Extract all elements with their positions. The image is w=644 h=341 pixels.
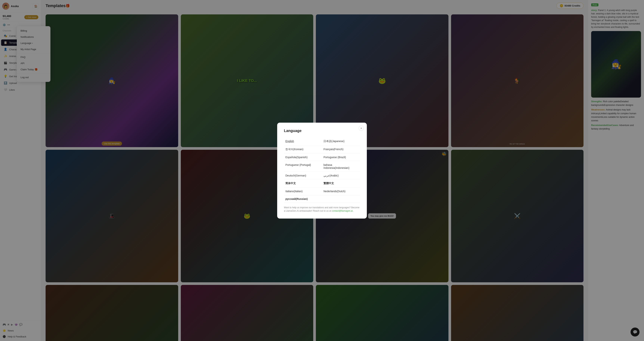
language-option-portuguese-portugal[interactable]: Portuguese (Portugal) <box>284 161 322 172</box>
language-option-dutch[interactable]: Nederlands(Dutch) <box>322 188 360 195</box>
language-option-german[interactable]: Deutsch(German) <box>284 172 322 179</box>
language-option-french[interactable]: Français(French) <box>322 145 360 153</box>
language-grid: English 日本語(Japanese) 한국어(Korean) França… <box>284 137 360 203</box>
language-option-simplified-chinese[interactable]: 简体中文 <box>284 179 322 188</box>
modal-overlay[interactable]: Language × English 日本語(Japanese) 한국어(Kor… <box>0 0 644 341</box>
language-option-russian[interactable]: русский(Russian) <box>284 195 322 203</box>
language-option-portuguese-brazil[interactable]: Portuguese (Brazil) <box>322 153 360 161</box>
modal-footer: Want to help us improve our translations… <box>284 206 360 213</box>
modal-close-button[interactable]: × <box>358 126 364 131</box>
language-option-empty <box>322 195 360 203</box>
language-option-korean[interactable]: 한국어(Korean) <box>284 145 322 153</box>
language-option-italian[interactable]: Italiano(Italian) <box>284 188 322 195</box>
modal-footer-end: . <box>354 210 354 212</box>
language-option-arabic[interactable]: عربي(Arabic) <box>322 172 360 179</box>
modal-title: Language <box>284 129 360 133</box>
language-modal: Language × English 日本語(Japanese) 한국어(Kor… <box>277 123 367 219</box>
language-option-indonesian[interactable]: bahasa Indonesia(Indonesian) <box>322 161 360 172</box>
language-option-spanish[interactable]: Española(Spanish) <box>284 153 322 161</box>
language-option-japanese[interactable]: 日本語(Japanese) <box>322 137 360 145</box>
language-option-traditional-chinese[interactable]: 繁體中文 <box>322 179 360 188</box>
modal-footer-email[interactable]: contact@llamagen.ai <box>332 210 353 212</box>
language-option-english[interactable]: English <box>284 137 322 145</box>
